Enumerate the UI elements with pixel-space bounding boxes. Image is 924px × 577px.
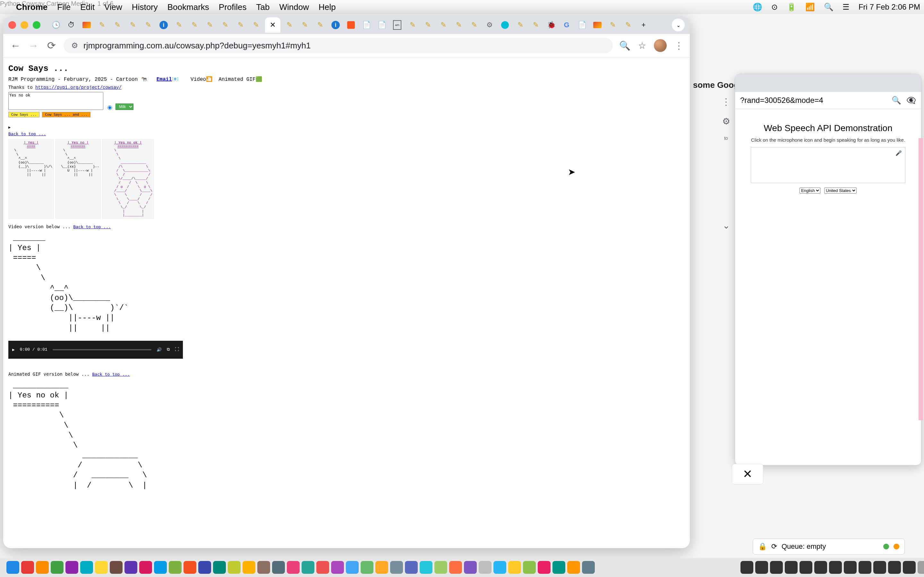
tab-9[interactable]: ✎ [173, 19, 186, 31]
zoom-icon[interactable]: 🔍 [619, 40, 630, 51]
tab-search-button[interactable]: ⌄ [672, 19, 685, 31]
bg-zoom-icon[interactable]: 🔍 [892, 96, 901, 105]
refresh-icon[interactable]: ⟳ [771, 542, 777, 551]
mode-select[interactable]: Milk [115, 103, 134, 110]
back-to-top-link-3[interactable]: Back to top ... [92, 372, 129, 377]
tab-36[interactable]: ✎ [606, 19, 619, 31]
tab-19[interactable] [344, 19, 357, 31]
dock-app[interactable] [346, 561, 359, 574]
tab-16[interactable]: ✎ [298, 19, 311, 31]
region-select[interactable]: United States [824, 187, 857, 193]
maximize-window-button[interactable] [33, 21, 40, 29]
back-button[interactable]: ← [10, 40, 21, 51]
tab-33[interactable]: G [560, 19, 573, 31]
tab-29[interactable] [499, 19, 511, 31]
dock-app[interactable] [51, 561, 63, 574]
close-tab-icon[interactable]: ✕ [270, 21, 276, 29]
tab-15[interactable]: ✎ [283, 19, 296, 31]
bg-gear-icon[interactable]: ⚙ [722, 116, 730, 127]
cow-says-and-button[interactable]: Cow Says ... and ... [42, 112, 90, 117]
dock-app[interactable] [888, 561, 901, 574]
dock-app[interactable] [800, 561, 813, 574]
dock-app[interactable] [198, 561, 211, 574]
dock-app[interactable] [464, 561, 477, 574]
tab-25[interactable]: ✎ [437, 19, 450, 31]
dock-app[interactable] [552, 561, 565, 574]
dock-app[interactable] [567, 561, 580, 574]
dock-app[interactable] [331, 561, 344, 574]
tab-active[interactable]: ✕ [265, 17, 280, 33]
dock-app[interactable] [859, 561, 871, 574]
reload-button[interactable]: ⟳ [45, 40, 57, 51]
cow-textarea[interactable] [8, 92, 103, 110]
menu-help[interactable]: Help [318, 2, 336, 12]
dock-app[interactable] [582, 561, 595, 574]
menu-history[interactable]: History [132, 2, 158, 12]
dock-app[interactable] [390, 561, 403, 574]
dock-app[interactable] [508, 561, 521, 574]
dock-app[interactable] [405, 561, 418, 574]
dock-app[interactable] [287, 561, 300, 574]
fullscreen-icon[interactable]: ⛶ [175, 347, 179, 352]
menu-bookmarks[interactable]: Bookmarks [168, 2, 209, 12]
pip-icon[interactable]: ⧉ [167, 347, 170, 352]
dock-app[interactable] [213, 561, 226, 574]
dock-app[interactable] [435, 561, 447, 574]
bg-kebab-icon[interactable]: ⋮ [722, 97, 730, 107]
pypi-link[interactable]: https://pypi.org/project/cowsay/ [35, 85, 121, 90]
tab-18[interactable]: i [329, 19, 342, 31]
tab-26[interactable]: ✎ [452, 19, 465, 31]
dock-app[interactable] [95, 561, 108, 574]
dock-app[interactable] [375, 561, 388, 574]
dock-app[interactable] [124, 561, 137, 574]
tab-31[interactable]: ✎ [529, 19, 542, 31]
tab-20[interactable]: 📄 [360, 19, 373, 31]
tab-4[interactable]: ✎ [95, 19, 108, 31]
tab-37[interactable]: ✎ [622, 19, 635, 31]
video-scrubber[interactable] [53, 349, 152, 350]
tab-14[interactable]: ✎ [250, 19, 262, 31]
dock-app[interactable] [272, 561, 285, 574]
bg-incognito-icon[interactable]: 👁‍🗨 [906, 96, 916, 105]
dock-app[interactable] [302, 561, 314, 574]
forward-button[interactable]: → [27, 40, 39, 51]
dock-app[interactable] [538, 561, 551, 574]
new-tab-button[interactable]: + [637, 19, 650, 31]
dock-app[interactable] [257, 561, 270, 574]
tab-32[interactable]: 🐞 [545, 19, 557, 31]
dock-app[interactable] [785, 561, 798, 574]
dock-app[interactable] [740, 561, 753, 574]
close-window-button[interactable] [8, 21, 16, 29]
menu-window[interactable]: Window [279, 2, 309, 12]
tab-22[interactable]: API [391, 19, 404, 31]
cow-says-button[interactable]: Cow Says ... [8, 112, 39, 117]
tab-13[interactable]: ✎ [234, 19, 247, 31]
tab-27[interactable]: ✎ [468, 19, 481, 31]
video-player[interactable]: ▶ 0:00 / 0:01 🔊 ⧉ ⛶ [8, 341, 183, 359]
control-center-icon[interactable]: ☰ [843, 3, 850, 11]
tab-5[interactable]: ✎ [111, 19, 124, 31]
tab-7[interactable]: ✎ [142, 19, 155, 31]
tab-3[interactable] [80, 19, 93, 31]
dock-app[interactable] [903, 561, 916, 574]
dock-app[interactable] [154, 561, 167, 574]
dock-app[interactable] [493, 561, 506, 574]
dock-app[interactable] [184, 561, 196, 574]
minimize-window-button[interactable] [21, 21, 28, 29]
dock-app[interactable] [169, 561, 182, 574]
dock-app[interactable] [449, 561, 462, 574]
dock-app[interactable] [844, 561, 857, 574]
dock-app[interactable] [139, 561, 152, 574]
dock-app[interactable] [814, 561, 827, 574]
dock-app[interactable] [755, 561, 768, 574]
tab-34[interactable]: 📄 [575, 19, 588, 31]
tab-11[interactable]: ✎ [204, 19, 216, 31]
dock-app[interactable] [360, 561, 373, 574]
dock-app[interactable] [873, 561, 886, 574]
menu-profiles[interactable]: Profiles [219, 2, 247, 12]
wifi-icon[interactable]: 📶 [805, 3, 815, 11]
profile-avatar[interactable] [654, 39, 667, 52]
microphone-icon[interactable]: 🎤 [895, 150, 902, 156]
kebab-menu-icon[interactable]: ⋮ [674, 40, 683, 51]
tab-35[interactable] [591, 19, 604, 31]
